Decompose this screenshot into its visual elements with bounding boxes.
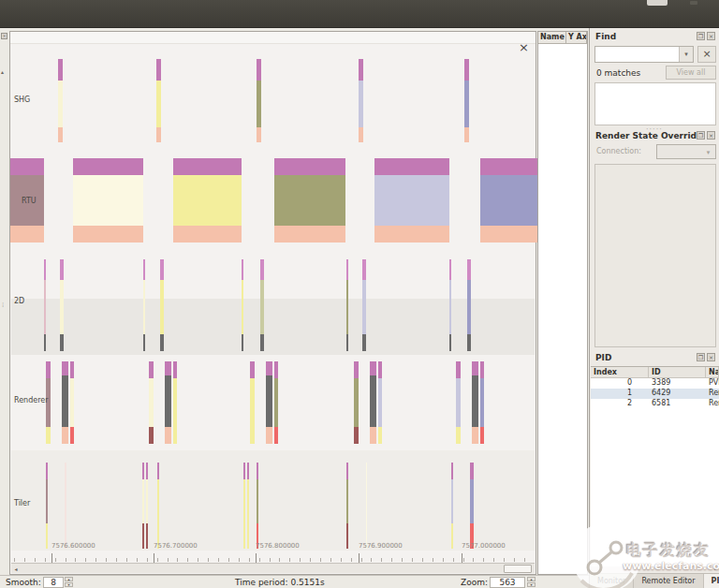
tab-scroll-icon[interactable]: ▸ (714, 565, 717, 571)
title-bar (0, 0, 719, 28)
pid-cell: PVR (706, 378, 719, 389)
chevron-down-icon[interactable]: ▾ (679, 47, 693, 62)
close-panel-icon[interactable]: × (707, 353, 715, 361)
bar-segment (449, 280, 451, 334)
find-combobox[interactable]: ▾ (594, 46, 694, 63)
zoom-spinbox[interactable]: 563 (490, 577, 525, 588)
close-icon[interactable]: × (519, 41, 529, 53)
bar-segment (274, 175, 345, 226)
bar-segment (470, 463, 474, 479)
bar-segment (346, 479, 348, 523)
bar-segment (46, 479, 48, 523)
view-all-button[interactable]: View all (666, 66, 716, 80)
axis-tick-label: 7576.800000 (256, 542, 300, 550)
track-label: Tiler (14, 499, 30, 507)
pid-cell: 1 (591, 389, 649, 399)
bar-segment (467, 280, 471, 334)
chevron-down-icon: ▾ (701, 145, 715, 158)
close-panel-icon[interactable]: × (707, 32, 715, 40)
bar-segment (451, 463, 453, 479)
ruler-minor-tick (371, 558, 372, 562)
dock-collapse-icon[interactable]: ▴ (1, 68, 4, 75)
ruler-minor-tick (147, 558, 148, 562)
bar-segment (62, 427, 68, 444)
ruler-minor-tick (351, 558, 352, 562)
pid-table-row[interactable]: 26581Ren (591, 399, 719, 409)
bar-segment (60, 259, 64, 280)
float-panel-icon[interactable]: ❐ (697, 353, 705, 361)
connection-label: Connection: (596, 147, 641, 155)
bar-segment (266, 427, 272, 444)
bar-segment (354, 361, 359, 378)
bar-segment (362, 259, 366, 280)
pid-table-row[interactable]: 16429Ren (591, 389, 719, 399)
bar-segment (467, 259, 471, 280)
find-clear-button[interactable]: × (697, 46, 716, 63)
bar-segment (250, 427, 255, 444)
bar-segment (464, 81, 469, 127)
bar-segment (346, 523, 348, 549)
ruler-minor-tick (66, 558, 66, 562)
dock-close-icon[interactable]: × (1, 33, 7, 39)
bar-segment (70, 427, 74, 444)
bar-segment (374, 226, 449, 243)
bar-segment (243, 463, 245, 479)
axis-tick-label: 7577.000000 (462, 542, 506, 550)
pid-header-index[interactable]: Index (591, 367, 649, 377)
bar-segment (451, 479, 453, 523)
ruler-minor-tick (14, 558, 15, 562)
dock-tab-pid[interactable]: PID (704, 574, 719, 588)
pid-table-row[interactable]: 03389PVR (591, 378, 719, 389)
float-panel-icon[interactable]: ❐ (697, 131, 705, 140)
bar-segment (374, 158, 449, 175)
pid-cell: 6429 (649, 389, 706, 399)
rso-content-area (594, 164, 716, 347)
pid-header-name[interactable]: Name (706, 367, 719, 377)
bar-segment (243, 523, 245, 549)
scroll-left-icon[interactable]: ◂ (11, 565, 21, 573)
ruler-minor-tick (157, 558, 158, 562)
bar-segment (378, 427, 382, 444)
smooth-spinbox[interactable]: 8 (43, 577, 64, 588)
zoom-stepper[interactable]: ▴▾ (527, 577, 536, 587)
pid-table: Index ID Name 03389PVR16429Ren26581Ren (591, 366, 719, 566)
dock-tab-remote-editor[interactable]: Remote Editor (634, 574, 703, 588)
close-panel-icon[interactable]: × (707, 131, 715, 140)
smooth-stepper[interactable]: ▴▾ (65, 577, 73, 587)
bar-segment (156, 81, 161, 127)
bar-segment (143, 334, 145, 351)
bar-segment (73, 158, 143, 175)
bar-segment (257, 59, 261, 81)
status-bar: Smooth: 8 ▴▾ Time period: 0.5151s Zoom: … (0, 575, 589, 588)
bar-segment (10, 158, 44, 175)
bar-segment (242, 280, 243, 334)
ruler-minor-tick (453, 558, 454, 562)
bar-segment (451, 523, 453, 549)
ruler-minor-tick (249, 558, 250, 562)
pid-cell: 0 (591, 378, 649, 389)
dock-tab-monitor[interactable]: Monitor (590, 574, 634, 588)
connection-combobox[interactable]: ▾ (656, 144, 716, 159)
ruler-minor-tick (137, 558, 138, 562)
find-results-list[interactable] (594, 82, 716, 125)
timeline-hscrollbar[interactable]: ◂ ▸ (11, 563, 535, 573)
pid-header-id[interactable]: ID (649, 367, 706, 377)
bar-segment (46, 523, 48, 549)
column-header-yaxis[interactable]: Y Axis (566, 32, 587, 44)
bar-segment (165, 375, 171, 427)
column-header-name[interactable]: Name (538, 32, 566, 44)
float-panel-icon[interactable]: ❐ (697, 32, 705, 40)
ruler-minor-tick (514, 558, 515, 562)
bar-segment (346, 259, 348, 280)
ruler-minor-tick (239, 558, 240, 562)
series-table: Name Y Axis (537, 31, 588, 575)
ruler-minor-tick (85, 558, 86, 562)
ruler-minor-tick (341, 558, 342, 562)
ruler-minor-tick (402, 558, 403, 562)
find-panel-title: Find (595, 32, 616, 41)
window-control-button[interactable] (647, 0, 668, 6)
bar-segment (44, 280, 46, 334)
scrollbar-thumb[interactable] (504, 565, 532, 573)
bar-segment (274, 427, 278, 444)
splitter-handle[interactable]: ⁞ (2, 304, 4, 307)
